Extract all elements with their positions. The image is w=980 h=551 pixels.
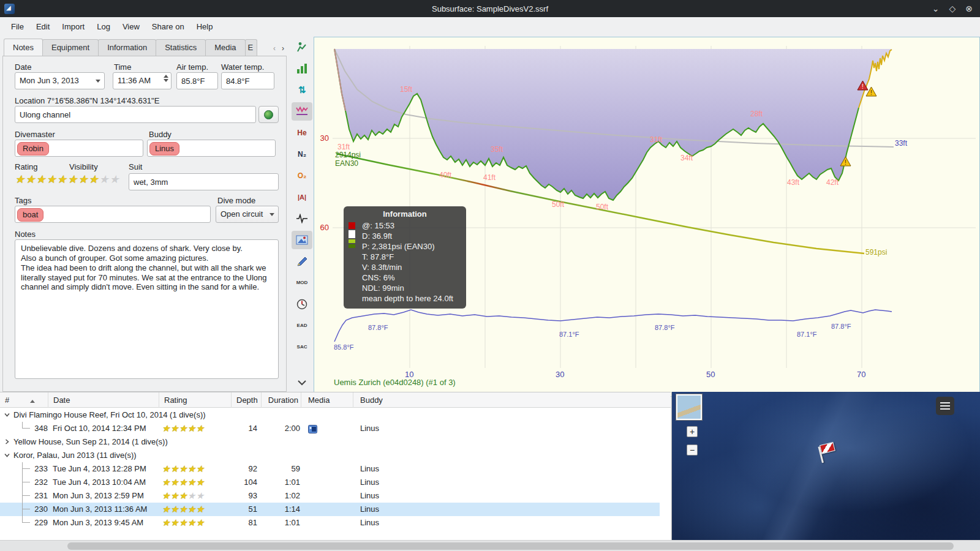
- location-input[interactable]: [15, 106, 256, 123]
- suit-input[interactable]: [129, 173, 279, 190]
- dive-row[interactable]: 348 Fri Oct 10, 2014 12:34 PM ★★★★★ 14 2…: [0, 422, 660, 435]
- col-number[interactable]: #: [0, 392, 48, 408]
- dive-site-map[interactable]: + −: [671, 392, 980, 540]
- temp-label: 85.8°F: [334, 343, 354, 351]
- tag-chip[interactable]: boat: [17, 208, 43, 222]
- chevron-down-icon[interactable]: [4, 452, 10, 459]
- col-media[interactable]: Media: [301, 392, 353, 408]
- zoom-swap-icon[interactable]: ⇅: [292, 81, 312, 99]
- heartrate-icon[interactable]: [292, 209, 312, 228]
- air-temp-field[interactable]: [176, 72, 218, 89]
- dive-mode-value: Open circuit: [221, 209, 263, 219]
- profile-info-tooltip[interactable]: Information @: 15:53 D: 36.9ft P: 2,381p…: [344, 206, 466, 309]
- dive-mode-select[interactable]: Open circuit: [216, 206, 279, 223]
- dive-number: 233: [32, 462, 48, 476]
- dive-list: # Date Rating Depth Duration Media Buddy…: [0, 392, 671, 540]
- tab-information[interactable]: Information: [98, 39, 156, 56]
- horizontal-scrollbar[interactable]: [0, 540, 980, 551]
- maximize-icon[interactable]: ◇: [949, 4, 956, 13]
- menu-view[interactable]: View: [116, 19, 146, 34]
- menubar: File Edit Import Log View Share on Help: [0, 17, 980, 36]
- dive-row-selected[interactable]: 230 Mon Jun 3, 2013 11:36 AM ★★★★★ 51 1:…: [0, 503, 660, 516]
- svg-text:!: !: [845, 159, 846, 166]
- tab-statistics[interactable]: Statistics: [156, 39, 206, 56]
- rating-stars: ★★★★★: [162, 517, 205, 528]
- rating-stars[interactable]: ★★★★★: [15, 173, 67, 186]
- oxygen-graph-icon[interactable]: O₂: [292, 167, 312, 185]
- dive-computer-icon[interactable]: [292, 38, 312, 56]
- divemaster-chip[interactable]: Robin: [17, 142, 49, 156]
- menu-import[interactable]: Import: [56, 19, 91, 34]
- dc-ceiling-icon[interactable]: [292, 102, 312, 121]
- deco-time-icon[interactable]: [292, 295, 312, 313]
- menu-file[interactable]: File: [5, 19, 30, 34]
- dive-buddy: Linus: [360, 489, 379, 503]
- dive-row[interactable]: 229 Mon Jun 3, 2013 9:45 AM ★★★★★ 81 1:0…: [0, 516, 660, 530]
- tab-scroll-right-icon[interactable]: ›: [279, 42, 287, 55]
- chevron-down-icon[interactable]: [4, 411, 10, 418]
- dive-row[interactable]: 231 Mon Jun 3, 2013 2:59 PM ★★★★★ 93 1:0…: [0, 489, 660, 503]
- spin-down-icon[interactable]: [164, 79, 168, 82]
- mod-icon[interactable]: MOD: [292, 274, 312, 292]
- dive-profile-chart[interactable]: 30 60 10 30 50 70 15ft 31ft 40ft 35ft 41…: [314, 37, 980, 397]
- tab-notes[interactable]: Notes: [4, 39, 43, 56]
- col-buddy[interactable]: Buddy: [353, 392, 671, 408]
- tags-input[interactable]: boat: [15, 206, 211, 223]
- dive-depth: 92: [227, 462, 257, 476]
- tissues-icon[interactable]: |A|: [292, 188, 312, 206]
- buddy-chip[interactable]: Linus: [149, 142, 179, 156]
- rating-label: Rating: [15, 162, 38, 171]
- tree-branch: [22, 489, 30, 496]
- col-date[interactable]: Date: [48, 392, 159, 408]
- date-combobox[interactable]: Mon Jun 3, 2013: [15, 72, 105, 89]
- tab-equipment[interactable]: Equipment: [42, 39, 99, 56]
- minimize-icon[interactable]: ⌄: [932, 4, 940, 13]
- map-zoom-out-button[interactable]: −: [687, 444, 698, 455]
- map-menu-button[interactable]: [936, 397, 954, 415]
- tab-media[interactable]: Media: [205, 39, 245, 56]
- trip-row[interactable]: Koror, Palau, Jun 2013 (11 dive(s)): [0, 449, 660, 462]
- dive-computer-label: Uemis Zurich (e04d0248) (#1 of 3): [334, 378, 456, 387]
- trip-row[interactable]: Yellow House, Sun Sep 21, 2014 (1 dive(s…: [0, 435, 660, 449]
- tab-scroll-left-icon[interactable]: ‹: [270, 42, 279, 55]
- location-globe-button[interactable]: [258, 106, 279, 123]
- visibility-stars[interactable]: ★★★★★: [67, 173, 120, 186]
- col-rating[interactable]: Rating: [159, 392, 232, 408]
- col-duration[interactable]: Duration: [262, 392, 301, 408]
- helium-graph-icon[interactable]: He: [292, 124, 312, 142]
- close-icon[interactable]: ⊗: [965, 4, 973, 13]
- dive-row[interactable]: 233 Tue Jun 4, 2013 12:28 PM ★★★★★ 92 59…: [0, 462, 660, 476]
- ead-icon[interactable]: EAD: [292, 317, 312, 335]
- ruler-icon[interactable]: [292, 252, 312, 271]
- sac-icon[interactable]: SAC: [292, 338, 312, 356]
- water-temp-field[interactable]: [221, 72, 274, 89]
- map-overview-thumbnail[interactable]: [676, 394, 703, 421]
- x-tick-50: 50: [706, 370, 715, 379]
- tooltip-line: mean depth to here 24.0ft: [362, 293, 461, 304]
- menu-edit[interactable]: Edit: [30, 19, 56, 34]
- map-zoom-in-button[interactable]: +: [687, 426, 698, 437]
- chevron-right-icon[interactable]: [4, 438, 10, 445]
- divemaster-label: Divemaster: [15, 130, 55, 139]
- menu-log[interactable]: Log: [91, 19, 116, 34]
- depth-annotation: 35ft: [491, 145, 503, 154]
- collapse-toolbar-icon[interactable]: [292, 373, 312, 392]
- rating-stars: ★★★★★: [162, 423, 205, 433]
- time-value: 11:36 AM: [118, 76, 151, 85]
- nitrogen-graph-icon[interactable]: N₂: [292, 145, 312, 163]
- photos-icon[interactable]: [292, 231, 312, 249]
- menu-help[interactable]: Help: [190, 19, 219, 34]
- divemaster-input[interactable]: Robin: [15, 140, 143, 157]
- col-depth[interactable]: Depth: [232, 392, 262, 408]
- menu-share-on[interactable]: Share on: [146, 19, 190, 34]
- tab-extra-cut[interactable]: E: [245, 39, 257, 56]
- buddy-input[interactable]: Linus: [147, 140, 276, 157]
- notes-textarea[interactable]: Unbelievable dive. Dozens and dozens of …: [15, 239, 279, 379]
- spin-up-icon[interactable]: [164, 75, 168, 78]
- dive-number: 231: [32, 489, 48, 503]
- time-spinbox[interactable]: 11:36 AM: [113, 72, 172, 89]
- scrollbar-thumb[interactable]: [67, 542, 954, 550]
- dive-row[interactable]: 232 Tue Jun 4, 2013 10:04 AM ★★★★★ 104 1…: [0, 476, 660, 489]
- scale-graph-icon[interactable]: [292, 59, 312, 78]
- trip-row[interactable]: Divi Flamingo House Reef, Fri Oct 10, 20…: [0, 408, 660, 422]
